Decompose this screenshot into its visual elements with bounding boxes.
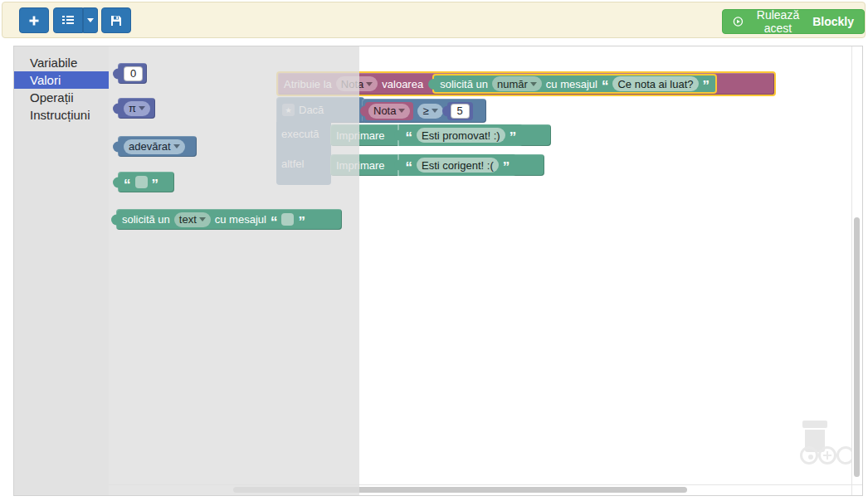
run-button-label: Rulează acest (749, 8, 807, 35)
blockly-workspace-panel: Atribuie la Nota valoarea solicită un nu… (13, 46, 863, 496)
prompt-type-dropdown[interactable]: număr (492, 76, 542, 91)
palette-boolean-block[interactable]: adevărat (118, 136, 197, 157)
open-quote-icon: “ (406, 163, 413, 172)
category-variabile[interactable]: Variabile (14, 54, 109, 71)
category-valori[interactable]: Valori (14, 71, 109, 89)
text-field[interactable]: Esti corigent! :( (417, 158, 499, 173)
plus-icon (27, 14, 41, 27)
caret-down-icon (87, 18, 94, 22)
open-quote-icon: “ (602, 82, 609, 90)
prompt-type-dropdown[interactable]: text (174, 212, 211, 227)
close-quote-icon: ” (152, 181, 159, 189)
palette-text-block[interactable]: “ ” (118, 172, 174, 192)
zoom-out-icon[interactable] (836, 446, 852, 465)
number-block[interactable]: 5 (447, 102, 473, 120)
text-block[interactable]: “ Esti corigent! :( ” (397, 154, 517, 176)
text-block[interactable]: “ Esti promovat! :) ” (397, 124, 524, 146)
prompt-number-block[interactable]: solicită un număr cu mesajul “ Ce nota a… (432, 74, 717, 94)
empty-text-field[interactable] (135, 176, 148, 188)
zoom-in-icon[interactable] (818, 446, 836, 465)
save-icon (110, 14, 123, 27)
dropdown-arrow-icon (432, 109, 438, 113)
list-menu-button[interactable] (53, 7, 83, 33)
number-field[interactable]: 0 (124, 66, 143, 81)
run-blockly-button[interactable]: Rulează acest Blockly (722, 9, 865, 34)
palette-number-block[interactable]: 0 (118, 63, 147, 84)
close-quote-icon: ” (703, 82, 710, 90)
dropdown-arrow-icon (366, 82, 373, 86)
list-icon (61, 15, 75, 27)
palette-prompt-block[interactable]: solicită un text cu mesajul “ ” (116, 209, 342, 230)
category-instructiuni[interactable]: Instrucțiuni (14, 106, 109, 124)
open-quote-icon: “ (406, 134, 413, 142)
category-menu: Variabile Valori Operații Instrucțiuni (14, 46, 109, 495)
close-quote-icon: ” (298, 218, 305, 226)
zoom-controls (792, 445, 852, 467)
play-circle-icon (733, 15, 744, 28)
prompt-message-field[interactable]: Ce nota ai luat? (612, 76, 698, 91)
print-block-then[interactable]: Imprimare “ Esti promovat! :) ” (330, 124, 551, 146)
variable-block[interactable]: Nota (365, 102, 413, 120)
text-field[interactable]: Esti promovat! :) (417, 128, 505, 143)
save-button[interactable] (101, 7, 131, 33)
open-quote-icon: “ (271, 218, 278, 226)
open-quote-icon: “ (124, 181, 131, 189)
run-button-label-bold: Blockly (812, 15, 854, 28)
dropdown-arrow-icon (139, 106, 145, 110)
dropdown-arrow-icon (530, 82, 537, 86)
flyout-palette: 0 π adevărat “ ” solicită un (109, 46, 359, 495)
category-operatii[interactable]: Operații (14, 89, 109, 106)
zoom-reset-icon[interactable] (800, 446, 818, 465)
close-quote-icon: ” (503, 163, 510, 172)
list-dropdown-button[interactable] (83, 7, 98, 33)
vertical-scrollbar[interactable] (854, 217, 860, 477)
blockly-editor: Rulează acest Blockly Atribuie la Nota v… (0, 0, 868, 501)
toolbar: Rulează acest Blockly (2, 2, 866, 38)
workspace-right-border (851, 46, 852, 495)
dropdown-arrow-icon (173, 144, 180, 148)
print-block-else[interactable]: Imprimare “ Esti corigent! :( ” (330, 154, 544, 176)
new-block-button[interactable] (19, 7, 49, 33)
dropdown-arrow-icon (199, 217, 206, 221)
variable-dropdown[interactable]: Nota (368, 104, 410, 119)
palette-constant-block[interactable]: π (118, 98, 155, 119)
close-quote-icon: ” (510, 134, 517, 142)
constant-dropdown[interactable]: π (124, 101, 150, 116)
dropdown-arrow-icon (398, 109, 405, 113)
number-field[interactable]: 5 (451, 104, 470, 119)
comparison-block[interactable]: Nota ≥ 5 (362, 99, 486, 123)
operator-dropdown[interactable]: ≥ (417, 104, 442, 119)
empty-text-field[interactable] (281, 213, 294, 226)
assign-label-value: valoarea (382, 78, 423, 90)
boolean-dropdown[interactable]: adevărat (124, 139, 185, 154)
